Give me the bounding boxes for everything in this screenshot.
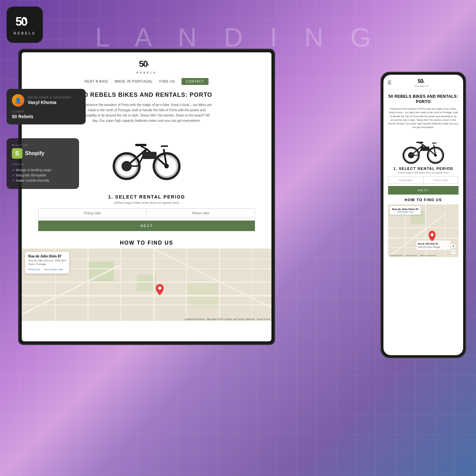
map-container: Rua de Júlio Dinis 87 Rua de Júlio Dinis… xyxy=(22,249,271,321)
mobile-logo-icon: 50 xyxy=(418,78,427,85)
zoom-in-button[interactable]: + xyxy=(451,244,456,249)
svg-text:Rua de Júlio Dinis 87,: Rua de Júlio Dinis 87, xyxy=(418,242,438,245)
map-popup-addr: Rua de Júlio Dinis 87, 4050-323Porto, Po… xyxy=(28,259,66,266)
nav-rent[interactable]: RENT A BIKE xyxy=(85,80,108,83)
svg-rect-24 xyxy=(22,281,271,283)
svg-rect-60 xyxy=(388,237,459,239)
developer-name: Vasyl Khoma xyxy=(28,100,71,105)
mobile-map-popup-title: Rua de Júlio Dinis 87 xyxy=(392,208,418,211)
svg-point-55 xyxy=(408,152,414,158)
map-keyboard: Keyboard Data xyxy=(390,254,403,256)
svg-rect-13 xyxy=(135,144,147,146)
map-background: Rua de Júlio Dinis 87 Rua de Júlio Dinis… xyxy=(22,249,271,321)
svg-rect-31 xyxy=(120,249,121,321)
rental-title: 1. SELECT RENTAL PERIOD xyxy=(38,194,255,199)
svg-point-67 xyxy=(431,233,434,236)
mobile-map: Rua de Júlio Dinis 87, 4050-323 Porto, P… xyxy=(388,204,459,257)
svg-rect-26 xyxy=(22,304,271,305)
goal-item-3: make mobile-friendly xyxy=(12,178,74,183)
landing-title: L A N D I N G xyxy=(0,22,476,53)
map-terms[interactable]: Terms of Use xyxy=(257,318,270,320)
svg-rect-51 xyxy=(416,142,423,143)
return-date-input[interactable] xyxy=(147,209,255,218)
shopify-icon: S xyxy=(12,148,22,159)
site-nav: RENT A BIKE MADE IN PORTUGAL FIND US CON… xyxy=(85,78,209,85)
site-logo: 50 REBELS xyxy=(136,59,157,74)
date-inputs xyxy=(38,208,255,218)
mobile-logo: 50 REBELS xyxy=(415,78,429,87)
mobile-header: ☰ 50 REBELS xyxy=(383,75,463,90)
builton-card: BUILT ON S Shopify GOALS design a landin… xyxy=(7,138,79,189)
nav-made[interactable]: MADE IN PORTUGAL xyxy=(115,80,153,83)
nav-contact[interactable]: CONTACT xyxy=(182,78,209,85)
rental-subtitle: (refresh page if date picker does not ap… xyxy=(38,201,255,204)
svg-rect-59 xyxy=(388,227,459,228)
goal-item-2: integrate Booqable xyxy=(12,173,74,177)
mobile-hero-title: 50 REBELS BIKES AND RENTALS: PORTO xyxy=(388,94,459,104)
nav-find[interactable]: FIND US xyxy=(159,80,175,83)
mobile-how-find-title: HOW TO FIND US xyxy=(388,198,459,202)
logo-icon-text: 50 xyxy=(15,14,35,30)
mobile-inner: ☰ 50 REBELS 50 REBELS BIKES AND RENTALS:… xyxy=(383,75,463,355)
map-popup-title: Rua de Júlio Dinis 87 xyxy=(28,254,66,258)
svg-text:50: 50 xyxy=(139,59,148,68)
site-hero-description: Experience the wonders of Porto with the… xyxy=(81,102,212,123)
svg-rect-30 xyxy=(87,249,89,321)
svg-rect-32 xyxy=(153,249,155,321)
map-directions-link[interactable]: Directions xyxy=(28,268,40,271)
shopify-name: Shopify xyxy=(25,150,44,156)
developer-avatar: 👤 xyxy=(12,94,24,107)
top-logo-text: REBELS xyxy=(14,31,36,35)
svg-line-50 xyxy=(420,143,423,145)
svg-text:50: 50 xyxy=(418,78,423,84)
goals-label: GOALS xyxy=(12,163,74,166)
mobile-next-button[interactable]: NEXT xyxy=(388,186,459,195)
map-attribution: Map data ©2022 Google, Inst. Geogr. Naci… xyxy=(207,318,255,320)
bike-illustration xyxy=(104,128,189,181)
svg-rect-34 xyxy=(219,249,220,321)
svg-text:4050-323 Porto, Portugal: 4050-323 Porto, Portugal xyxy=(418,246,440,249)
hamburger-menu[interactable]: ☰ xyxy=(387,80,392,85)
pickup-date-input[interactable] xyxy=(39,209,147,218)
mobile-map-larger-link[interactable]: View larger map xyxy=(392,211,418,213)
svg-rect-35 xyxy=(252,249,252,321)
client-label: CLIENT xyxy=(12,110,80,113)
svg-rect-21 xyxy=(87,262,114,281)
mobile-hero-desc: Experience the wonders of Porto with the… xyxy=(388,107,459,129)
map-larger-link[interactable]: View larger map xyxy=(44,268,63,271)
mobile-pickup-date[interactable]: Pickup date xyxy=(388,177,424,184)
site-logo-text: REBELS xyxy=(136,71,157,74)
builton-label: BUILT ON xyxy=(12,144,74,147)
svg-line-12 xyxy=(141,146,147,149)
map-report[interactable]: Report a map error xyxy=(420,254,436,256)
mobile-logo-text: REBELS xyxy=(415,85,429,87)
developer-card: 👤 DEVELOPER & DESIGNER Vasyl Khoma CLIEN… xyxy=(7,89,86,124)
client-name: 50 Rebels xyxy=(12,114,80,119)
keyboard-shortcuts[interactable]: Keyboard shortcuts xyxy=(185,318,205,320)
mobile-bike-image xyxy=(388,132,459,165)
svg-rect-54 xyxy=(421,146,429,151)
site-header: 50 REBELS RENT A BIKE MADE IN PORTUGAL F… xyxy=(22,52,271,85)
mobile-map-popup: Rua de Júlio Dinis 87 View larger map xyxy=(390,206,421,215)
shopify-row: S Shopify xyxy=(12,148,74,159)
map-terms-mobile[interactable]: Terms of Use xyxy=(406,254,417,256)
svg-rect-16 xyxy=(142,152,156,159)
rental-section: 1. SELECT RENTAL PERIOD (refresh page if… xyxy=(22,191,271,236)
svg-point-39 xyxy=(158,286,161,290)
mobile-map-footer: Keyboard Data Terms of Use Report a map … xyxy=(390,254,436,256)
mobile-date-row: Pickup date Return date xyxy=(388,176,459,184)
svg-rect-33 xyxy=(186,249,187,321)
site-logo-icon: 50 xyxy=(139,59,154,70)
mobile-map-zoom: + − xyxy=(451,244,456,254)
top-logo: 50 REBELS xyxy=(7,7,43,43)
goal-item-1: design a landing page xyxy=(12,168,74,172)
svg-point-17 xyxy=(122,161,132,171)
svg-rect-68 xyxy=(416,241,451,250)
mobile-rental-title: 1. SELECT RENTAL PERIOD xyxy=(388,167,459,171)
zoom-out-button[interactable]: − xyxy=(451,249,456,254)
mobile-return-date[interactable]: Return date xyxy=(424,177,459,184)
next-button[interactable]: NEXT xyxy=(38,221,255,231)
how-to-find-title: HOW TO FIND US xyxy=(22,236,271,249)
svg-text:50: 50 xyxy=(15,15,27,28)
mobile-content: 50 REBELS BIKES AND RENTALS: PORTO Exper… xyxy=(383,90,463,261)
